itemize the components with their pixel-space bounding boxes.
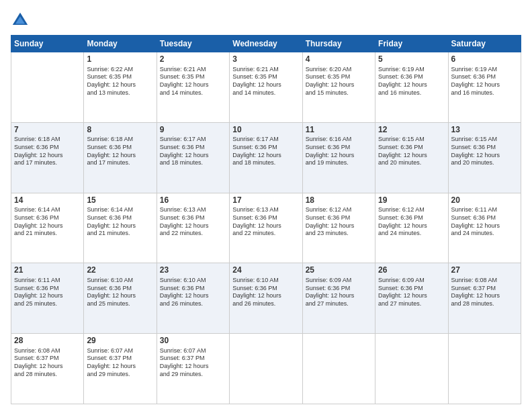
day-number: 4 [306, 54, 372, 65]
day-number: 29 [87, 336, 153, 347]
day-number: 27 [451, 265, 518, 276]
day-number: 19 [378, 195, 445, 206]
calendar-header-friday: Friday [375, 36, 448, 52]
calendar-cell [230, 334, 302, 404]
calendar-cell [448, 334, 521, 404]
day-number: 26 [378, 265, 445, 276]
calendar-cell [375, 334, 448, 404]
calendar-cell: 6Sunrise: 6:19 AM Sunset: 6:36 PM Daylig… [448, 52, 521, 123]
calendar-cell: 21Sunrise: 6:11 AM Sunset: 6:36 PM Dayli… [11, 263, 84, 334]
day-number: 23 [160, 265, 226, 276]
day-number: 24 [232, 265, 299, 276]
day-info: Sunrise: 6:13 AM Sunset: 6:36 PM Dayligh… [160, 206, 226, 238]
day-number: 12 [378, 125, 445, 136]
day-info: Sunrise: 6:13 AM Sunset: 6:36 PM Dayligh… [232, 206, 299, 238]
day-number: 30 [160, 336, 226, 347]
calendar-cell: 25Sunrise: 6:09 AM Sunset: 6:36 PM Dayli… [302, 263, 375, 334]
calendar-cell [11, 52, 84, 123]
calendar-cell: 3Sunrise: 6:21 AM Sunset: 6:35 PM Daylig… [230, 52, 302, 123]
calendar-cell: 23Sunrise: 6:10 AM Sunset: 6:36 PM Dayli… [157, 263, 229, 334]
calendar-cell: 12Sunrise: 6:15 AM Sunset: 6:36 PM Dayli… [375, 122, 448, 193]
day-number: 15 [87, 195, 153, 206]
day-info: Sunrise: 6:21 AM Sunset: 6:35 PM Dayligh… [232, 66, 299, 97]
calendar-header-monday: Monday [84, 36, 157, 52]
calendar-header-thursday: Thursday [302, 36, 375, 52]
day-number: 7 [14, 125, 81, 136]
day-info: Sunrise: 6:19 AM Sunset: 6:36 PM Dayligh… [378, 66, 445, 97]
day-number: 20 [451, 195, 518, 206]
day-info: Sunrise: 6:08 AM Sunset: 6:37 PM Dayligh… [14, 347, 81, 379]
day-info: Sunrise: 6:18 AM Sunset: 6:36 PM Dayligh… [14, 136, 81, 167]
day-info: Sunrise: 6:11 AM Sunset: 6:36 PM Dayligh… [451, 206, 518, 238]
day-number: 1 [87, 54, 153, 65]
calendar-header-tuesday: Tuesday [157, 36, 229, 52]
day-info: Sunrise: 6:07 AM Sunset: 6:37 PM Dayligh… [87, 347, 153, 379]
calendar-cell: 18Sunrise: 6:12 AM Sunset: 6:36 PM Dayli… [302, 193, 375, 263]
calendar-cell: 10Sunrise: 6:17 AM Sunset: 6:36 PM Dayli… [230, 122, 302, 193]
day-number: 21 [14, 265, 81, 276]
day-info: Sunrise: 6:18 AM Sunset: 6:36 PM Dayligh… [87, 136, 153, 167]
calendar-header-row: SundayMondayTuesdayWednesdayThursdayFrid… [11, 36, 521, 52]
calendar-cell: 14Sunrise: 6:14 AM Sunset: 6:36 PM Dayli… [11, 193, 84, 263]
day-number: 6 [451, 54, 518, 65]
day-number: 13 [451, 125, 518, 136]
day-number: 5 [378, 54, 445, 65]
calendar-week-1: 1Sunrise: 6:22 AM Sunset: 6:35 PM Daylig… [11, 52, 521, 123]
day-number: 16 [160, 195, 226, 206]
day-number: 22 [87, 265, 153, 276]
day-info: Sunrise: 6:14 AM Sunset: 6:36 PM Dayligh… [14, 206, 81, 238]
calendar-cell: 22Sunrise: 6:10 AM Sunset: 6:36 PM Dayli… [84, 263, 157, 334]
day-number: 8 [87, 125, 153, 136]
day-info: Sunrise: 6:15 AM Sunset: 6:36 PM Dayligh… [451, 136, 518, 167]
day-info: Sunrise: 6:22 AM Sunset: 6:35 PM Dayligh… [87, 66, 153, 97]
calendar-header-wednesday: Wednesday [230, 36, 302, 52]
calendar-week-3: 14Sunrise: 6:14 AM Sunset: 6:36 PM Dayli… [11, 193, 521, 263]
calendar-table: SundayMondayTuesdayWednesdayThursdayFrid… [11, 35, 521, 404]
calendar-header-sunday: Sunday [11, 36, 84, 52]
calendar-cell: 29Sunrise: 6:07 AM Sunset: 6:37 PM Dayli… [84, 334, 157, 404]
day-number: 3 [232, 54, 299, 65]
day-number: 17 [232, 195, 299, 206]
day-info: Sunrise: 6:20 AM Sunset: 6:35 PM Dayligh… [306, 66, 372, 97]
day-info: Sunrise: 6:16 AM Sunset: 6:36 PM Dayligh… [306, 136, 372, 167]
calendar-cell: 19Sunrise: 6:12 AM Sunset: 6:36 PM Dayli… [375, 193, 448, 263]
day-number: 18 [306, 195, 372, 206]
page: SundayMondayTuesdayWednesdayThursdayFrid… [0, 0, 532, 411]
day-number: 28 [14, 336, 81, 347]
calendar-cell: 7Sunrise: 6:18 AM Sunset: 6:36 PM Daylig… [11, 122, 84, 193]
calendar-week-4: 21Sunrise: 6:11 AM Sunset: 6:36 PM Dayli… [11, 263, 521, 334]
calendar-cell: 15Sunrise: 6:14 AM Sunset: 6:36 PM Dayli… [84, 193, 157, 263]
calendar-cell: 8Sunrise: 6:18 AM Sunset: 6:36 PM Daylig… [84, 122, 157, 193]
day-number: 10 [232, 125, 299, 136]
day-info: Sunrise: 6:09 AM Sunset: 6:36 PM Dayligh… [378, 277, 445, 308]
calendar-cell: 30Sunrise: 6:07 AM Sunset: 6:37 PM Dayli… [157, 334, 229, 404]
calendar-cell: 9Sunrise: 6:17 AM Sunset: 6:36 PM Daylig… [157, 122, 229, 193]
day-info: Sunrise: 6:12 AM Sunset: 6:36 PM Dayligh… [306, 206, 372, 238]
day-info: Sunrise: 6:10 AM Sunset: 6:36 PM Dayligh… [232, 277, 299, 308]
calendar-cell: 28Sunrise: 6:08 AM Sunset: 6:37 PM Dayli… [11, 334, 84, 404]
logo [11, 11, 32, 30]
day-info: Sunrise: 6:19 AM Sunset: 6:36 PM Dayligh… [451, 66, 518, 97]
day-info: Sunrise: 6:07 AM Sunset: 6:37 PM Dayligh… [160, 347, 226, 379]
calendar-header-saturday: Saturday [448, 36, 521, 52]
day-number: 25 [306, 265, 372, 276]
day-number: 14 [14, 195, 81, 206]
calendar-cell: 26Sunrise: 6:09 AM Sunset: 6:36 PM Dayli… [375, 263, 448, 334]
calendar-cell: 11Sunrise: 6:16 AM Sunset: 6:36 PM Dayli… [302, 122, 375, 193]
calendar-cell: 4Sunrise: 6:20 AM Sunset: 6:35 PM Daylig… [302, 52, 375, 123]
day-info: Sunrise: 6:10 AM Sunset: 6:36 PM Dayligh… [160, 277, 226, 308]
day-info: Sunrise: 6:09 AM Sunset: 6:36 PM Dayligh… [306, 277, 372, 308]
day-info: Sunrise: 6:21 AM Sunset: 6:35 PM Dayligh… [160, 66, 226, 97]
calendar-cell [302, 334, 375, 404]
day-info: Sunrise: 6:17 AM Sunset: 6:36 PM Dayligh… [160, 136, 226, 167]
day-info: Sunrise: 6:11 AM Sunset: 6:36 PM Dayligh… [14, 277, 81, 308]
calendar-cell: 20Sunrise: 6:11 AM Sunset: 6:36 PM Dayli… [448, 193, 521, 263]
calendar-cell: 24Sunrise: 6:10 AM Sunset: 6:36 PM Dayli… [230, 263, 302, 334]
calendar-cell: 13Sunrise: 6:15 AM Sunset: 6:36 PM Dayli… [448, 122, 521, 193]
calendar-cell: 1Sunrise: 6:22 AM Sunset: 6:35 PM Daylig… [84, 52, 157, 123]
day-number: 2 [160, 54, 226, 65]
day-info: Sunrise: 6:17 AM Sunset: 6:36 PM Dayligh… [232, 136, 299, 167]
header [11, 11, 521, 30]
day-number: 9 [160, 125, 226, 136]
calendar-cell: 16Sunrise: 6:13 AM Sunset: 6:36 PM Dayli… [157, 193, 229, 263]
